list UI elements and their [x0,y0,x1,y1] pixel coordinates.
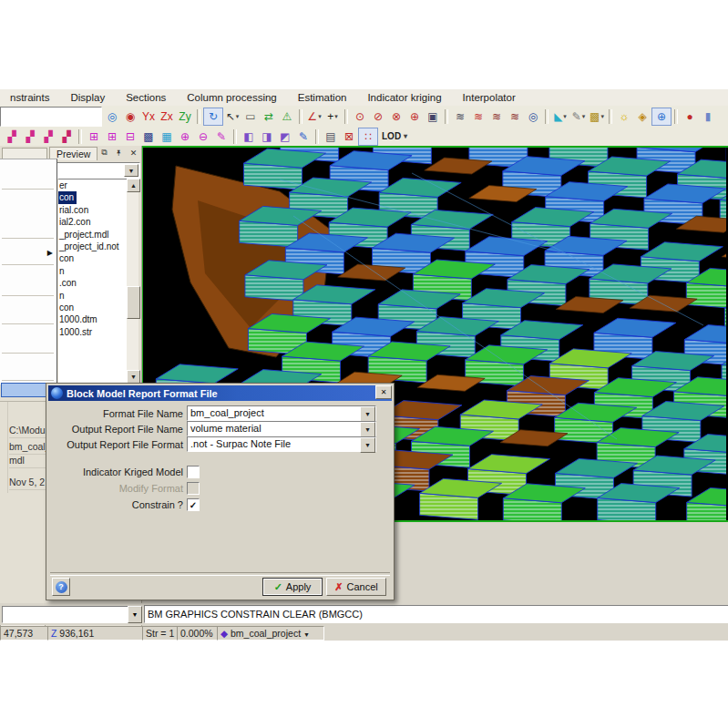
block-model-solid-icon[interactable]: ▩ [139,128,158,145]
indicator-kriged-model-checkbox[interactable] [187,466,200,478]
scroll-down-icon[interactable]: ▼ [127,370,140,384]
file-item[interactable]: .con [58,277,127,289]
dialog-close-icon[interactable]: ✕ [375,385,392,399]
triangle-warning-icon[interactable]: ⚠ [278,108,296,125]
pencil-eraser-icon[interactable]: ✎▾ [569,108,588,125]
dropdown-arrow-icon[interactable]: ▾ [600,113,604,120]
apply-button[interactable]: ✓ Apply [262,578,323,596]
orbit-rotate-icon[interactable]: ↻ [203,108,223,126]
snap-arc-icon[interactable]: ⊕ [405,108,424,125]
cube-icon[interactable]: ◧ [240,128,258,145]
format-file-name-combo[interactable]: bm_coal_project▼ [187,405,376,421]
model-dropdown-arrow-icon[interactable]: ▼ [303,631,310,638]
gem-render-icon[interactable]: ◈ [633,108,651,125]
toolbar-layer-combo[interactable] [0,107,102,127]
string-fan-edit-icon[interactable]: ▞ [57,128,76,145]
view-y-by-x-icon[interactable]: Yx [139,108,158,125]
blue-pen-icon[interactable]: ✎ [294,128,313,145]
view-z-by-y-icon[interactable]: Zy [176,108,194,125]
snap-segment-icon[interactable]: ⊗ [387,108,405,125]
file-item[interactable]: 1000.str [58,326,127,338]
swap-axes-icon[interactable]: ⇄ [260,108,278,125]
block-edit-icon[interactable]: ✎ [212,128,231,145]
view-z-by-x-icon[interactable]: Zx [158,108,176,125]
bearing-angle-icon[interactable]: ∠▾ [305,108,323,125]
block-minus-icon[interactable]: ⊖ [194,128,212,145]
cube-attribute-icon[interactable]: ◩ [276,128,294,145]
fence-clear-icon[interactable]: ≋ [469,108,487,125]
file-item[interactable]: con [58,191,77,203]
marquee-select-icon[interactable]: ▭ [241,108,260,125]
combo-dropdown-icon[interactable]: ▼ [360,406,375,422]
grid-delete-icon[interactable]: ⊠ [340,128,358,145]
zoom-in-icon[interactable]: ◎ [103,108,121,125]
file-item[interactable]: ial2.con [58,216,127,228]
file-item[interactable]: n [58,265,127,277]
display-monitor-icon[interactable]: ▤ [322,128,340,145]
cube-value-icon[interactable]: ◨ [258,128,276,145]
file-list-scrollbar[interactable]: ▲ ▼ [127,179,138,383]
file-item[interactable]: er [58,179,127,191]
dialog-title-bar[interactable]: Block Model Report Format File [48,385,392,401]
dropdown-arrow-icon[interactable]: ▾ [563,113,567,120]
file-item[interactable]: con [58,302,127,313]
zoom-section-icon[interactable]: ◎ [524,108,542,125]
file-item[interactable]: n [58,290,127,302]
combo-dropdown-icon[interactable]: ▼ [360,437,375,453]
wire-sphere-icon[interactable]: ⊕ [651,108,672,126]
block-grid-icon[interactable]: ⊞ [85,128,103,145]
dropdown-arrow-icon[interactable]: ▾ [236,113,240,120]
menu-item-estimation[interactable]: Estimation [296,90,358,105]
status-active-model[interactable]: ◆ bm_coal_project ▼ [217,626,324,641]
fence-back-icon[interactable]: ≋ [487,108,506,125]
layer-style-icon[interactable]: ▩▾ [588,108,606,125]
lod-control[interactable]: LOD▾ [382,131,407,141]
dropdown-arrow-icon[interactable]: ▾ [334,113,338,120]
output-report-file-name-combo[interactable]: volume material▼ [187,421,376,436]
dropdown-arrow-icon[interactable]: ▾ [582,113,586,120]
command-history-combo[interactable] [2,606,129,623]
menu-item-interpolator[interactable]: Interpolator [461,90,527,105]
file-item[interactable]: _project_id.not [58,241,127,252]
menu-item-nstraints[interactable]: nstraints [8,90,60,105]
float-panel-icon[interactable]: ⧉ [98,147,110,159]
file-item[interactable]: rial.con [58,204,127,216]
fence-section-icon[interactable]: ≋ [451,108,469,125]
partial-tool-icon[interactable]: ▮ [699,108,717,125]
string-fan-save-icon[interactable]: ▞ [21,128,39,145]
block-plus-icon[interactable]: ⊕ [176,128,194,145]
block-model-wire-icon[interactable]: ▦ [158,128,176,145]
file-item[interactable]: 1000.dtm [58,313,127,325]
string-fan-icon[interactable]: ▞ [3,128,21,145]
snap-line-icon[interactable]: ⊘ [369,108,387,125]
point-marker-icon[interactable]: ● [681,108,699,125]
dots-display-icon[interactable]: ∷ [358,128,378,146]
fence-forward-icon[interactable]: ≋ [506,108,524,125]
lod-dropdown-icon[interactable]: ▾ [404,132,407,140]
string-fan-remove-icon[interactable]: ▞ [39,128,57,145]
scrollbar-thumb[interactable] [127,286,140,319]
zoom-data-icon[interactable]: ◉ [121,108,139,125]
menu-item-sections[interactable]: Sections [124,90,177,105]
help-button[interactable]: ? [52,578,70,596]
combo-dropdown-icon[interactable]: ▼ [360,422,375,437]
close-panel-icon[interactable]: ✕ [128,147,139,159]
file-item[interactable]: _project.mdl [58,229,127,241]
combo-dropdown-button[interactable]: ▼ [124,164,138,177]
constrain-checkbox[interactable]: ✓ [187,498,200,511]
block-add-icon[interactable]: ⊞ [103,128,121,145]
select-arrow-icon[interactable]: ↖▾ [223,108,241,125]
annotate-box-icon[interactable]: ▣ [424,108,442,125]
snap-point-icon[interactable]: ⊙ [351,108,369,125]
lightbulb-icon[interactable]: ☼ [615,108,633,125]
menu-item-indicator-kriging[interactable]: Indicator kriging [365,90,452,105]
pin-panel-icon[interactable]: 🖈 [113,147,125,159]
command-message-field[interactable]: BM GRAPHICS CONSTRAIN CLEAR (BMGCC) [144,605,728,623]
menu-item-column-processing[interactable]: Column processing [185,90,287,105]
scroll-up-icon[interactable]: ▲ [127,179,140,192]
block-remove-icon[interactable]: ⊟ [121,128,139,145]
command-combo-dropdown-icon[interactable]: ▼ [128,606,142,623]
cancel-button[interactable]: ✗ Cancel [326,578,386,596]
file-list[interactable]: erconrial.conial2.con_project.mdl_projec… [58,179,127,384]
set-square-icon[interactable]: ◣▾ [551,108,569,125]
